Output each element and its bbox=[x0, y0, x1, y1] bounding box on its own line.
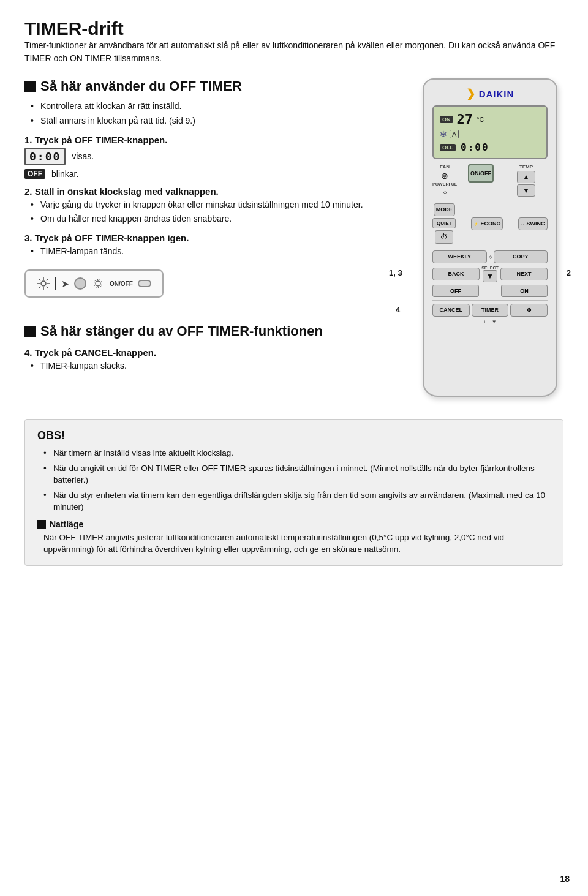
temp-down-button[interactable]: ▼ bbox=[517, 184, 535, 197]
lcd-a-label: A bbox=[450, 130, 459, 138]
right-column: 1, 3 4 2 ❯ DAIKIN ON 27 °C bbox=[423, 78, 564, 397]
lcd-temp: 27 bbox=[457, 111, 473, 127]
main-layout: Så här använder du OFF TIMER Kontrollera… bbox=[24, 78, 564, 397]
svg-line-4 bbox=[39, 279, 41, 281]
temp-col: TEMP ▲ ▼ bbox=[505, 164, 548, 197]
page-number: 18 bbox=[560, 874, 570, 884]
econo-icon: ⚡ bbox=[473, 222, 479, 226]
off-badge: OFF bbox=[24, 169, 45, 179]
daikin-brand-text: DAIKIN bbox=[479, 89, 514, 99]
step2-bullet-2: Om du håller ned knappen ändras tiden sn… bbox=[31, 213, 404, 225]
cancel-timer-row: CANCEL TIMER ⊕ bbox=[432, 304, 548, 317]
section-off-timer-heading: Så här använder du OFF TIMER bbox=[24, 78, 404, 94]
step3-bullets: TIMER-lampan tänds. bbox=[24, 246, 404, 258]
remote-wrap: 1, 3 4 2 ❯ DAIKIN ON 27 °C bbox=[423, 78, 557, 397]
bullet-2: Ställ annars in klockan på rätt tid. (si… bbox=[31, 115, 404, 127]
off-button[interactable]: OFF bbox=[432, 285, 479, 297]
fan-icon: ⊛ bbox=[441, 171, 448, 181]
heading-square-icon-2 bbox=[24, 326, 36, 337]
section-off-timer: Så här använder du OFF TIMER Kontrollera… bbox=[24, 78, 404, 306]
select-center: SELECT ▼ bbox=[481, 266, 499, 282]
lcd-unit: °C bbox=[477, 116, 484, 123]
obs-bullets: När timern är inställd visas inte aktuel… bbox=[37, 447, 551, 513]
nattlage-text: När OFF TIMER angivits justerar luftkond… bbox=[37, 532, 551, 555]
daikin-chevron-icon: ❯ bbox=[466, 87, 475, 100]
step-4-label: 4. Tryck på CANCEL-knappen. bbox=[24, 347, 404, 358]
arrow-down-icon: ▼ bbox=[492, 319, 497, 325]
obs-bullet-1: När timern är inställd visas inte aktuel… bbox=[43, 447, 551, 459]
daikin-logo: ❯ DAIKIN bbox=[432, 87, 548, 100]
plus-minus-row: + − ▼ bbox=[432, 319, 548, 325]
weekly-button[interactable]: WEEKLY bbox=[432, 250, 487, 263]
lcd-on-label: ON bbox=[440, 116, 453, 123]
lcd-display: ON 27 °C ❄ A OFF 0:00 bbox=[432, 105, 548, 159]
select-diamond-icon: ◇ bbox=[489, 255, 492, 260]
page-title: TIMER-drift bbox=[24, 18, 564, 39]
fan-label: FAN bbox=[440, 164, 450, 170]
select-label: SELECT bbox=[481, 266, 499, 270]
step4-bullets: TIMER-lampan släcks. bbox=[24, 360, 404, 372]
lcd-time: 0:00 bbox=[461, 141, 489, 153]
fan-row: FAN ⊛ POWERFUL ⬦ ON/OFF TEMP ▲ ▼ bbox=[432, 164, 548, 197]
bullet-1: Kontrollera att klockan är rätt inställd… bbox=[31, 100, 404, 113]
swing-icon: ↔ bbox=[521, 222, 525, 226]
off-on-row: OFF ON bbox=[432, 285, 548, 297]
left-column: Så här använder du OFF TIMER Kontrollera… bbox=[24, 78, 404, 377]
section-cancel: Så här stänger du av OFF TIMER-funktione… bbox=[24, 323, 404, 372]
step4-bullet-1: TIMER-lampan släcks. bbox=[31, 360, 404, 372]
step1-display-label: visas. bbox=[72, 151, 94, 161]
obs-title: OBS! bbox=[37, 429, 551, 442]
timer-button[interactable]: TIMER bbox=[472, 304, 509, 317]
temp-up-button[interactable]: ▲ bbox=[517, 171, 535, 183]
copy-button[interactable]: COPY bbox=[494, 250, 548, 263]
step2-bullet-1: Varje gång du trycker in knappen ökar el… bbox=[31, 199, 404, 211]
minus-icon: − bbox=[488, 319, 491, 325]
weekly-copy-row: WEEKLY ◇ COPY bbox=[432, 250, 548, 263]
swing-button[interactable]: ↔ SWING bbox=[518, 217, 548, 230]
step-3-label: 3. Tryck på OFF TIMER-knappen igen. bbox=[24, 233, 404, 243]
back-next-row: BACK SELECT ▼ NEXT bbox=[432, 266, 548, 282]
obs-bullet-3: När du styr enheten via timern kan den e… bbox=[43, 489, 551, 513]
svg-point-8 bbox=[41, 281, 46, 286]
callout-2: 2 bbox=[567, 268, 571, 277]
lcd-off-label: OFF bbox=[440, 144, 456, 151]
obs-bullet-2: När du angivit en tid för ON TIMER eller… bbox=[43, 462, 551, 486]
step3-bullet-1: TIMER-lampan tänds. bbox=[31, 246, 404, 258]
step-2-label: 2. Ställ in önskat klockslag med valknap… bbox=[24, 186, 404, 197]
onoff-diagram: ➤ ON/OFF bbox=[24, 269, 164, 298]
callout-4: 4 bbox=[396, 305, 400, 314]
powerful-icon: ⬦ bbox=[443, 187, 447, 196]
nattlage-heading: Nattläge bbox=[37, 519, 551, 529]
step1-display: 0:00 bbox=[24, 148, 66, 165]
step1-blinks-label: blinkar. bbox=[51, 169, 78, 179]
lcd-snowflake-icon: ❄ bbox=[440, 129, 447, 139]
powerful-label: POWERFUL bbox=[432, 182, 457, 186]
svg-line-6 bbox=[47, 279, 48, 281]
svg-line-7 bbox=[39, 287, 41, 288]
nattlage-square-icon bbox=[37, 520, 46, 529]
on-button[interactable]: ON bbox=[501, 285, 548, 297]
quiet-icon-button[interactable]: ⏱ bbox=[435, 230, 453, 244]
step-1-label: 1. Tryck på OFF TIMER-knappen. bbox=[24, 135, 404, 145]
heading-square-icon bbox=[24, 81, 36, 92]
obs-section: OBS! När timern är inställd visas inte a… bbox=[24, 419, 564, 566]
fan-col: FAN ⊛ POWERFUL ⬦ bbox=[432, 164, 457, 196]
back-button[interactable]: BACK bbox=[432, 268, 480, 280]
temp-label: TEMP bbox=[519, 164, 533, 170]
cancel-button[interactable]: CANCEL bbox=[432, 304, 470, 317]
circle-button[interactable]: ⊕ bbox=[510, 304, 548, 317]
mode-button[interactable]: MODE bbox=[434, 203, 455, 216]
onoff-button[interactable]: ON/OFF bbox=[468, 164, 494, 183]
onoff-label: ON/OFF bbox=[110, 280, 133, 287]
intro-text: Timer-funktioner är användbara för att a… bbox=[24, 39, 564, 65]
sun-icon bbox=[37, 277, 50, 290]
svg-line-5 bbox=[47, 287, 48, 288]
mode-econo-swing-row: MODE QUIET ⏱ ⚡ ECONO ↔ SWING bbox=[432, 203, 548, 244]
off-timer-intro-bullets: Kontrollera att klockan är rätt inställd… bbox=[24, 100, 404, 127]
select-down-button[interactable]: ▼ bbox=[483, 270, 497, 282]
next-button[interactable]: NEXT bbox=[500, 268, 548, 280]
gear-icon bbox=[91, 277, 105, 290]
quiet-button[interactable]: QUIET bbox=[432, 218, 456, 229]
econo-button[interactable]: ⚡ ECONO bbox=[471, 217, 503, 230]
svg-point-9 bbox=[96, 281, 100, 286]
